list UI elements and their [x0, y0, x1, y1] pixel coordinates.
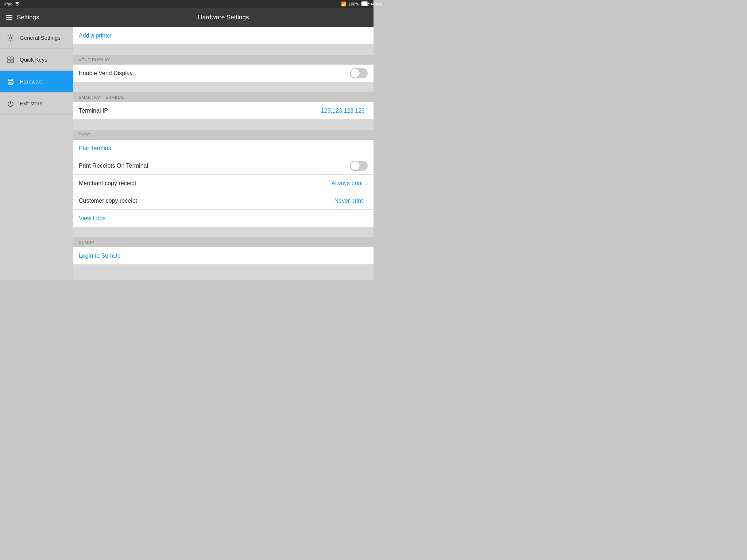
svg-rect-6	[11, 60, 13, 63]
svg-rect-3	[8, 57, 10, 59]
gap-2	[73, 82, 374, 92]
customer-copy-row[interactable]: Customer copy receipt Never print ›	[73, 192, 374, 210]
sidebar-quickkeys-label: Quick Keys	[20, 57, 47, 63]
print-receipts-row: Print Receipts On Terminal	[73, 157, 374, 175]
enable-vend-display-toggle[interactable]	[350, 68, 368, 78]
gap-3	[73, 120, 374, 130]
battery-label: 100%	[349, 2, 359, 6]
sidebar-exit-label: Exit store	[20, 100, 43, 106]
main-content: Add a printer VEND DISPLAY Enable Vend D…	[73, 27, 374, 280]
customer-copy-label: Customer copy receipt	[79, 198, 334, 204]
view-logs-label: View Logs	[79, 215, 368, 222]
terminal-ip-value: 123.123.123.123	[321, 108, 365, 114]
nav-sidebar-section: Settings	[0, 14, 73, 21]
section-header-vend: VEND DISPLAY	[73, 55, 374, 65]
hamburger-button[interactable]	[6, 15, 12, 20]
gear-icon	[7, 34, 15, 42]
device-label: iPad	[4, 2, 12, 6]
sidebar: General Settings Quick Keys	[0, 27, 73, 280]
svg-point-9	[12, 81, 13, 82]
merchant-copy-row[interactable]: Merchant copy receipt Always print ›	[73, 175, 374, 192]
add-printer-row[interactable]: Add a printer	[73, 27, 374, 44]
power-icon	[7, 100, 15, 108]
login-sumup-row[interactable]: Login to SumUp	[73, 247, 374, 265]
merchant-copy-label: Merchant copy receipt	[79, 180, 331, 187]
login-sumup-label: Login to SumUp	[79, 253, 368, 259]
customer-copy-chevron: ›	[366, 198, 368, 204]
wifi-icon	[15, 2, 20, 7]
pair-terminal-row[interactable]: Pair Terminal	[73, 140, 374, 157]
gap-4	[73, 227, 374, 237]
enable-vend-display-row: Enable Vend Display	[73, 65, 374, 82]
terminal-ip-row[interactable]: Terminal IP 123.123.123.123	[73, 102, 374, 120]
grid-icon	[7, 56, 15, 64]
section-header-tyro: TYRO	[73, 130, 374, 140]
pair-terminal-label: Pair Terminal	[79, 145, 368, 152]
svg-point-2	[9, 37, 12, 39]
svg-rect-5	[8, 60, 10, 63]
sidebar-item-hardware[interactable]: Hardware	[0, 71, 73, 93]
nav-sidebar-title: Settings	[17, 14, 39, 21]
sidebar-hardware-label: Hardware	[20, 78, 43, 85]
sidebar-item-general[interactable]: General Settings	[0, 27, 73, 49]
section-header-smartpay: SMARTPAY TERMINAL	[73, 92, 374, 102]
bluetooth-icon: 📶	[341, 1, 347, 7]
view-logs-row[interactable]: View Logs	[73, 210, 374, 227]
merchant-copy-value: Always print	[331, 180, 363, 187]
status-time: 10:40 AM	[365, 2, 374, 6]
sidebar-item-quickkeys[interactable]: Quick Keys	[0, 49, 73, 71]
printer-icon	[7, 78, 15, 86]
nav-main-title: Hardware Settings	[73, 14, 374, 21]
svg-rect-4	[11, 57, 13, 59]
terminal-ip-label: Terminal IP	[79, 108, 321, 114]
merchant-copy-chevron: ›	[366, 180, 368, 187]
sidebar-item-exit[interactable]: Exit store	[0, 93, 73, 114]
print-receipts-label: Print Receipts On Terminal	[79, 163, 350, 169]
gap-5	[73, 265, 374, 275]
enable-vend-display-label: Enable Vend Display	[79, 70, 350, 77]
print-receipts-toggle[interactable]	[350, 161, 368, 171]
section-header-sumup: SUMUP	[73, 237, 374, 247]
layout: General Settings Quick Keys	[0, 27, 374, 280]
status-bar: iPad 10:40 AM 📶 100%	[0, 0, 374, 8]
gap-1	[73, 44, 374, 55]
add-printer-label: Add a printer	[79, 32, 368, 39]
status-left: iPad	[4, 2, 20, 7]
customer-copy-value: Never print	[334, 198, 363, 204]
nav-bar: Settings Hardware Settings	[0, 8, 374, 27]
sidebar-general-label: General Settings	[20, 35, 61, 41]
